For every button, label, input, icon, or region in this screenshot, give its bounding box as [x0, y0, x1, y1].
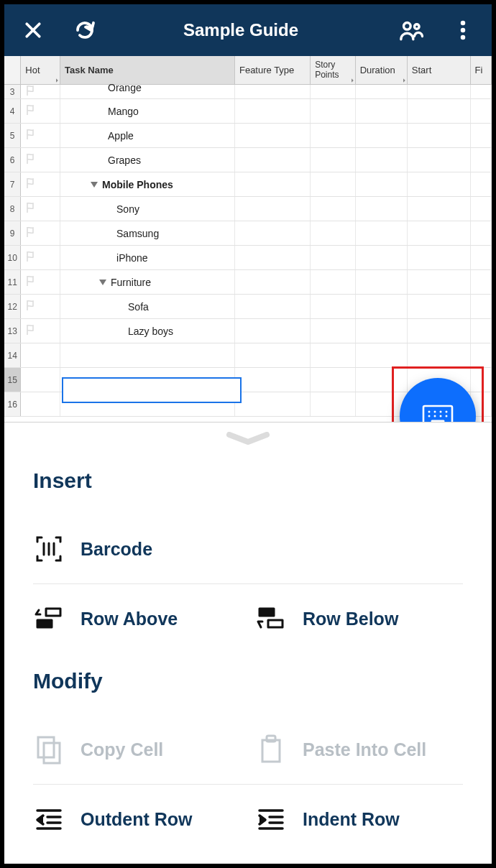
row-number[interactable]: 13	[4, 319, 21, 343]
cell-task-name[interactable]: Orange	[60, 85, 235, 98]
row-number[interactable]: 15	[4, 368, 21, 392]
cell-feat[interactable]	[235, 270, 311, 294]
cell-dur[interactable]	[356, 124, 408, 147]
flag-icon[interactable]	[25, 323, 37, 338]
cell-hot[interactable]	[21, 197, 60, 221]
cell-hot[interactable]	[21, 85, 60, 98]
cell-task-name[interactable]	[60, 392, 235, 416]
cell-hot[interactable]	[21, 368, 60, 392]
cell-task-name[interactable]: Sony	[60, 197, 235, 221]
cell-feat[interactable]	[235, 172, 311, 196]
row-number[interactable]: 6	[4, 148, 21, 172]
menu-item-indent-row[interactable]: Indent Row	[255, 789, 463, 849]
cell-feat[interactable]	[235, 246, 311, 269]
table-row[interactable]: 9Samsung	[4, 221, 492, 246]
cell-task-name[interactable]: Mobile Phones	[60, 172, 235, 196]
cell-feat[interactable]	[235, 124, 311, 147]
cell-dur[interactable]	[356, 221, 408, 245]
cell-sp[interactable]	[311, 246, 355, 269]
table-row[interactable]: 12Sofa	[4, 295, 492, 319]
cell-sp[interactable]	[311, 148, 355, 172]
close-button[interactable]	[17, 14, 49, 46]
column-header-start[interactable]: Start	[408, 56, 471, 84]
cell-feat[interactable]	[235, 392, 311, 416]
cell-start[interactable]	[408, 270, 471, 294]
cell-fin[interactable]	[471, 221, 492, 245]
cell-sp[interactable]	[311, 221, 355, 245]
column-header-duration[interactable]: Duration	[356, 56, 408, 84]
cell-start[interactable]	[408, 172, 471, 196]
cell-sp[interactable]	[311, 124, 355, 147]
flag-icon[interactable]	[25, 299, 37, 314]
cell-feat[interactable]	[235, 197, 311, 221]
flag-icon[interactable]	[25, 84, 37, 99]
cell-start[interactable]	[408, 197, 471, 221]
cell-start[interactable]	[408, 124, 471, 147]
cell-sp[interactable]	[311, 343, 355, 367]
cell-sp[interactable]	[311, 368, 355, 392]
cell-task-name[interactable]: Furniture	[60, 270, 235, 294]
cell-sp[interactable]	[311, 85, 355, 98]
cell-hot[interactable]	[21, 246, 60, 269]
column-header-story-points[interactable]: Story Points	[311, 56, 355, 84]
cell-task-name[interactable]: Apple	[60, 124, 235, 147]
row-number[interactable]: 4	[4, 99, 21, 123]
column-header-task-name[interactable]: Task Name	[60, 56, 235, 84]
row-number[interactable]: 5	[4, 124, 21, 147]
cell-feat[interactable]	[235, 85, 311, 98]
cell-feat[interactable]	[235, 343, 311, 367]
cell-dur[interactable]	[356, 172, 408, 196]
cell-fin[interactable]	[471, 99, 492, 123]
column-header-feature-type[interactable]: Feature Type	[235, 56, 311, 84]
flag-icon[interactable]	[25, 226, 37, 241]
cell-fin[interactable]	[471, 246, 492, 269]
cell-task-name[interactable]: Sofa	[60, 295, 235, 318]
table-row[interactable]: 3Orange	[4, 85, 492, 99]
cell-sp[interactable]	[311, 295, 355, 318]
cell-sp[interactable]	[311, 319, 355, 343]
cell-task-name[interactable]: Grapes	[60, 148, 235, 172]
expander-icon[interactable]	[99, 280, 106, 285]
cell-task-name[interactable]: Lazy boys	[60, 319, 235, 343]
cell-sp[interactable]	[311, 172, 355, 196]
cell-fin[interactable]	[471, 124, 492, 147]
cell-start[interactable]	[408, 295, 471, 318]
row-number[interactable]: 8	[4, 197, 21, 221]
table-row[interactable]: 11Furniture	[4, 270, 492, 295]
cell-dur[interactable]	[356, 343, 408, 367]
flag-icon[interactable]	[25, 152, 37, 167]
menu-item-outdent-row[interactable]: Outdent Row	[33, 789, 241, 849]
cell-hot[interactable]	[21, 148, 60, 172]
flag-icon[interactable]	[25, 128, 37, 143]
table-row[interactable]: 8Sony	[4, 197, 492, 221]
row-number[interactable]: 12	[4, 295, 21, 318]
cell-fin[interactable]	[471, 148, 492, 172]
cell-hot[interactable]	[21, 392, 60, 416]
menu-item-row-above[interactable]: Row Above	[33, 588, 241, 649]
cell-dur[interactable]	[356, 270, 408, 294]
cell-hot[interactable]	[21, 124, 60, 147]
column-header-hot[interactable]: Hot	[21, 56, 60, 84]
cell-hot[interactable]	[21, 221, 60, 245]
cell-sp[interactable]	[311, 99, 355, 123]
flag-icon[interactable]	[25, 274, 37, 290]
table-row[interactable]: 13Lazy boys	[4, 319, 492, 343]
cell-feat[interactable]	[235, 368, 311, 392]
row-number[interactable]: 14	[4, 343, 21, 367]
row-number[interactable]: 9	[4, 221, 21, 245]
cell-hot[interactable]	[21, 343, 60, 367]
table-row[interactable]: 6Grapes	[4, 148, 492, 172]
cell-start[interactable]	[408, 221, 471, 245]
header-corner[interactable]	[4, 56, 21, 84]
cell-task-name[interactable]: Samsung	[60, 221, 235, 245]
table-row[interactable]: 5Apple	[4, 124, 492, 148]
row-number[interactable]: 11	[4, 270, 21, 294]
cell-feat[interactable]	[235, 319, 311, 343]
menu-item-barcode[interactable]: Barcode	[33, 519, 241, 579]
cell-dur[interactable]	[356, 197, 408, 221]
cell-fin[interactable]	[471, 319, 492, 343]
cell-task-name[interactable]	[60, 343, 235, 367]
cell-fin[interactable]	[471, 295, 492, 318]
expander-icon[interactable]	[91, 182, 98, 188]
cell-hot[interactable]	[21, 99, 60, 123]
